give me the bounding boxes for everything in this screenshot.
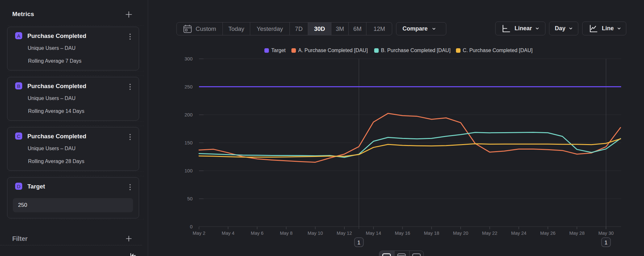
- svg-text:100: 100: [185, 168, 193, 173]
- svg-text:May 28: May 28: [569, 231, 585, 236]
- svg-text:150: 150: [185, 140, 193, 145]
- svg-text:May 24: May 24: [511, 231, 526, 236]
- svg-text:May 2: May 2: [193, 231, 205, 236]
- svg-text:May 16: May 16: [395, 231, 410, 236]
- svg-text:0: 0: [190, 224, 193, 229]
- svg-text:300: 300: [185, 56, 193, 61]
- svg-text:May 22: May 22: [482, 231, 497, 236]
- svg-text:200: 200: [185, 112, 193, 117]
- svg-text:May 12: May 12: [337, 231, 352, 236]
- svg-text:May 10: May 10: [308, 231, 323, 236]
- svg-text:May 14: May 14: [366, 231, 381, 236]
- svg-text:May 30: May 30: [598, 231, 614, 236]
- svg-text:May 20: May 20: [453, 231, 469, 236]
- svg-text:50: 50: [187, 196, 193, 201]
- svg-text:May 6: May 6: [251, 231, 264, 236]
- svg-text:May 8: May 8: [280, 231, 293, 236]
- svg-text:May 26: May 26: [540, 231, 556, 236]
- svg-text:250: 250: [185, 84, 193, 89]
- svg-text:1: 1: [604, 240, 607, 246]
- svg-text:May 4: May 4: [222, 231, 235, 236]
- svg-text:1: 1: [357, 240, 360, 246]
- svg-text:May 18: May 18: [424, 231, 440, 236]
